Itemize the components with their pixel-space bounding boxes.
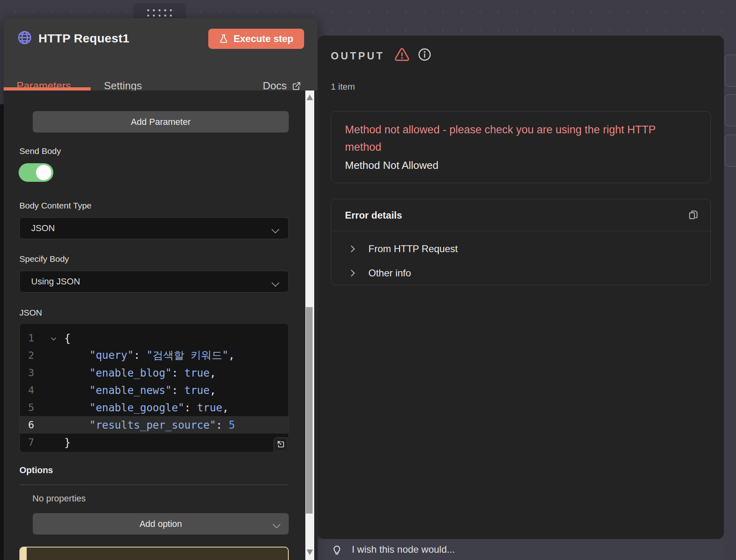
json-field-label: JSON: [19, 308, 42, 318]
item-count: 1 item: [331, 82, 355, 92]
send-body-toggle[interactable]: [19, 163, 53, 182]
options-divider: [19, 484, 289, 485]
active-tab-underline: [4, 87, 91, 91]
add-option-button[interactable]: Add option: [33, 513, 289, 535]
body-content-type-value: JSON: [31, 223, 55, 234]
error-details-header: Error details: [331, 199, 711, 231]
drag-dots-icon: [147, 9, 172, 17]
error-message: Method not allowed - please check you ar…: [345, 121, 693, 156]
code-line[interactable]: 4"enable_news": true,: [20, 381, 288, 399]
line-number: 6: [20, 419, 42, 431]
line-number: 4: [20, 384, 42, 396]
output-title: OUTPUT: [331, 50, 385, 62]
body-content-type-select[interactable]: JSON: [19, 217, 289, 239]
panel-scrollbar[interactable]: [305, 91, 314, 560]
code-line[interactable]: 5"enable_google": true,: [20, 399, 288, 416]
lightbulb-icon: [331, 543, 343, 556]
specify-body-value: Using JSON: [31, 276, 80, 287]
code-text: "results_per_source": 5: [64, 419, 235, 431]
notice-callout: [19, 547, 289, 560]
execute-step-button[interactable]: Execute step: [208, 29, 304, 49]
code-line[interactable]: 6"results_per_source": 5: [20, 416, 288, 434]
fold-chevron-icon[interactable]: [51, 335, 56, 340]
line-number: 2: [20, 349, 42, 361]
code-text: "enable_google": true,: [64, 402, 228, 414]
copy-error-button[interactable]: [687, 208, 700, 221]
chevron-down-icon: [271, 279, 279, 286]
http-request-node-icon: [17, 30, 32, 45]
specify-body-select[interactable]: Using JSON: [19, 271, 289, 293]
code-text: {: [64, 332, 71, 344]
canvas-node-outline: [725, 135, 736, 167]
info-icon[interactable]: [417, 47, 432, 62]
warning-icon[interactable]: [394, 47, 410, 63]
drag-handle[interactable]: [133, 3, 186, 20]
line-number: 7: [20, 436, 42, 448]
chevron-down-icon: [271, 225, 279, 233]
error-message-box: Method not allowed - please check you ar…: [331, 111, 711, 183]
specify-body-label: Specify Body: [19, 254, 69, 264]
node-feedback-bar[interactable]: I wish this node would...: [318, 539, 724, 560]
error-description: Method Not Allowed: [345, 159, 438, 172]
page-title: HTTP Request1: [38, 32, 129, 45]
code-line[interactable]: 7}: [20, 434, 288, 451]
code-text: "enable_blog": true,: [64, 367, 216, 379]
expand-editor-button[interactable]: [274, 438, 288, 451]
send-body-label: Send Body: [19, 146, 61, 156]
no-properties-text: No properties: [32, 493, 86, 504]
detail-row-label: From HTTP Request: [368, 243, 458, 255]
body-content-type-label: Body Content Type: [19, 201, 91, 211]
error-details-title: Error details: [345, 210, 402, 221]
toggle-knob: [36, 165, 51, 180]
node-header: HTTP Request1 Execute step Parameters Se…: [4, 18, 317, 91]
code-text: "query": "검색할 키워드",: [64, 348, 235, 362]
flask-icon: [219, 34, 228, 44]
expand-icon: [276, 440, 285, 449]
code-text: "enable_news": true,: [64, 384, 216, 396]
scroll-up-button[interactable]: [307, 95, 313, 100]
scroll-down-button[interactable]: [307, 549, 313, 555]
output-panel: OUTPUT 1 item Method not allowed - pleas…: [318, 36, 724, 539]
chevron-right-icon: [348, 270, 355, 277]
node-settings-panel: HTTP Request1 Execute step Parameters Se…: [4, 18, 317, 560]
feedback-placeholder: I wish this node would...: [352, 544, 455, 555]
options-label: Options: [19, 465, 53, 476]
add-option-label: Add option: [140, 519, 182, 529]
detail-row-label: Other info: [368, 267, 411, 279]
canvas-node-outline: [725, 94, 736, 126]
copy-icon: [687, 208, 700, 221]
error-detail-row[interactable]: Other info: [331, 262, 711, 286]
error-details-box: Error details From HTTP RequestOther inf…: [331, 199, 711, 285]
code-line[interactable]: 1{: [20, 329, 288, 347]
code-text: }: [64, 436, 71, 448]
error-detail-row[interactable]: From HTTP Request: [331, 238, 711, 262]
json-code-editor[interactable]: 1{2"query": "검색할 키워드",3"enable_blog": tr…: [19, 323, 289, 453]
execute-step-label: Execute step: [233, 33, 293, 44]
parameters-pane: Add Parameter Send Body Body Content Typ…: [4, 91, 317, 560]
code-line[interactable]: 2"query": "검색할 키워드",: [20, 347, 288, 364]
line-number: 5: [20, 402, 42, 413]
line-number: 1: [20, 332, 42, 344]
chevron-down-icon: [273, 520, 280, 528]
background-panel-edge: [0, 104, 4, 560]
code-line[interactable]: 3"enable_blog": true,: [20, 364, 288, 381]
code-rows: 1{2"query": "검색할 키워드",3"enable_blog": tr…: [20, 324, 288, 451]
external-link-icon: [292, 81, 301, 91]
n8n-node-detail-view: HTTP Request1 Execute step Parameters Se…: [0, 0, 736, 560]
line-number: 3: [20, 367, 42, 379]
scroll-thumb[interactable]: [306, 307, 313, 514]
chevron-right-icon: [348, 246, 355, 253]
canvas-node-outline: [725, 55, 736, 87]
add-parameter-button[interactable]: Add Parameter: [33, 111, 289, 133]
